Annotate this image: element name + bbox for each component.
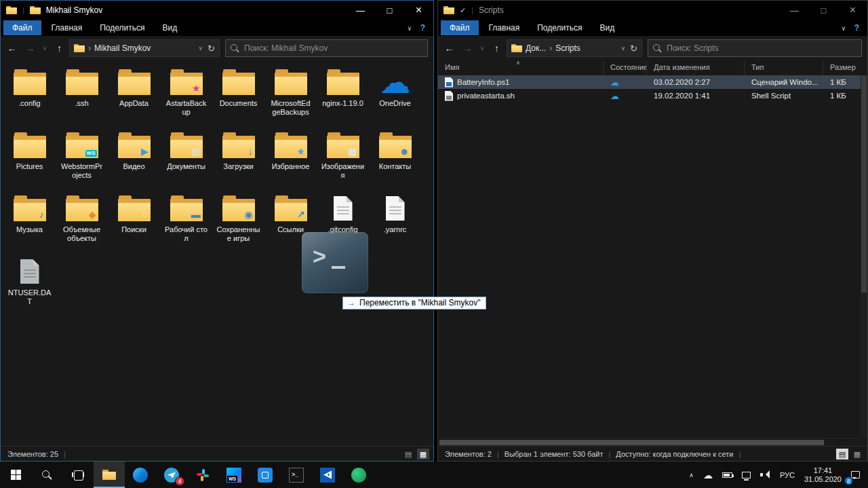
tab-view[interactable]: Вид: [153, 20, 186, 36]
back-button[interactable]: ←: [3, 39, 20, 57]
ribbon-expand-icon[interactable]: ∨: [841, 24, 846, 32]
code-app-taskbar-button[interactable]: [312, 462, 343, 488]
titlebar-right[interactable]: ✓ | Scripts — □ ×: [438, 1, 867, 20]
tray-expand-button[interactable]: ∧: [684, 462, 698, 488]
tab-share[interactable]: Поделиться: [91, 20, 153, 36]
file-item-рабочий-стол[interactable]: ▬Рабочий стол: [160, 191, 212, 254]
blue-app-taskbar-button[interactable]: [250, 462, 281, 488]
volume-tray-button[interactable]: [755, 462, 775, 488]
search-box[interactable]: Поиск: Scripts: [648, 39, 862, 57]
breadcrumb[interactable]: Mikhail Smykov: [94, 43, 151, 53]
ribbon-expand-icon[interactable]: ∨: [407, 24, 412, 32]
tab-home[interactable]: Главная: [480, 20, 529, 36]
table-row-batteryinfo.ps1[interactable]: BatteryInfo.ps1☁03.02.2020 2:27Сценарий …: [438, 75, 861, 89]
file-item-.ssh[interactable]: .ssh: [56, 64, 108, 128]
webstorm-taskbar-button[interactable]: [218, 462, 250, 488]
breadcrumb-parent[interactable]: Док...: [526, 43, 546, 53]
horizontal-scrollbar[interactable]: [438, 438, 861, 446]
column-header-status[interactable]: Состояние: [604, 60, 647, 75]
vertical-scrollbar[interactable]: [861, 75, 867, 438]
network-tray-button[interactable]: [737, 462, 755, 488]
address-bar[interactable]: › Mikhail Smykov ∨ ↻: [69, 39, 220, 57]
file-item-nginx-1.19.0[interactable]: nginx-1.19.0: [317, 64, 369, 128]
close-button[interactable]: ×: [838, 1, 867, 20]
file-item-astartabackup[interactable]: ★AstartaBackup: [160, 64, 212, 128]
start-button[interactable]: [0, 462, 31, 488]
column-header-name[interactable]: Имя: [438, 60, 604, 75]
details-view-button[interactable]: ▤: [836, 449, 848, 459]
file-item-музыка[interactable]: ♪Музыка: [3, 191, 56, 254]
refresh-button[interactable]: ↻: [206, 43, 216, 54]
column-header-size[interactable]: Размер: [823, 60, 861, 75]
terminal-taskbar-button[interactable]: [281, 462, 312, 488]
maximize-button[interactable]: □: [375, 1, 404, 20]
language-indicator[interactable]: РУС: [775, 462, 800, 488]
close-button[interactable]: ×: [404, 1, 433, 20]
help-icon[interactable]: ?: [854, 23, 859, 33]
address-dropdown-icon[interactable]: ∨: [199, 45, 203, 52]
search-box[interactable]: Поиск: Mikhail Smykov: [225, 39, 428, 57]
maximize-button[interactable]: □: [809, 1, 838, 20]
address-dropdown-icon[interactable]: ∨: [621, 45, 626, 52]
minimize-button[interactable]: —: [780, 1, 809, 20]
battery-tray-button[interactable]: [717, 462, 737, 488]
file-item-appdata[interactable]: AppData: [108, 64, 160, 128]
file-item-pictures[interactable]: Pictures: [3, 128, 56, 191]
file-item-изображения[interactable]: ▦Изображения: [317, 128, 369, 191]
folder-star-icon: ★: [160, 67, 212, 97]
slack-taskbar-button[interactable]: [187, 462, 218, 488]
column-header-type[interactable]: Тип: [745, 60, 823, 75]
scrollbar-thumb[interactable]: [861, 75, 867, 293]
column-header-date[interactable]: Дата изменения: [647, 60, 745, 75]
taskbar-search-button[interactable]: [31, 462, 62, 488]
titlebar-left[interactable]: | Mikhail Smykov — □ ×: [1, 1, 433, 20]
file-item-webstormprojects[interactable]: WSWebstormProjects: [56, 128, 108, 191]
forward-button[interactable]: →: [459, 39, 476, 57]
file-item-onedrive[interactable]: ☁OneDrive: [369, 64, 421, 128]
file-item-.yarnrc[interactable]: .yarnrc: [369, 191, 421, 254]
file-item-загрузки[interactable]: ↓Загрузки: [212, 128, 264, 191]
file-item-сохраненные-игры[interactable]: ◉Сохраненные игры: [212, 191, 264, 254]
breadcrumb[interactable]: Scripts: [555, 43, 580, 53]
file-item-видео[interactable]: ▶Видео: [108, 128, 160, 191]
file-item-ntuser.dat[interactable]: NTUSER.DAT: [3, 254, 56, 317]
quick-access-folder-icon[interactable]: [30, 6, 41, 14]
clock[interactable]: 17:41 31.05.2020: [800, 462, 846, 488]
scrollbar-thumb[interactable]: [439, 440, 824, 445]
recent-locations-chevron-icon[interactable]: ∨: [40, 39, 50, 57]
refresh-button[interactable]: ↻: [629, 43, 639, 54]
forward-button[interactable]: →: [22, 39, 39, 57]
details-view-button[interactable]: ▤: [402, 449, 414, 459]
table-row-privateastarta.sh[interactable]: privateastarta.sh☁19.02.2020 1:41Shell S…: [438, 89, 861, 102]
file-item-поиски[interactable]: ○Поиски: [108, 191, 160, 254]
address-bar[interactable]: Док... › Scripts ∨ ↻: [507, 39, 642, 57]
file-item-documents[interactable]: Documents: [212, 64, 264, 128]
edge-taskbar-button[interactable]: [125, 462, 156, 488]
file-explorer-taskbar-button[interactable]: [94, 462, 125, 488]
file-item-microsoftedgebackups[interactable]: MicrosoftEdgeBackups: [264, 64, 317, 128]
recent-locations-chevron-icon[interactable]: ∨: [477, 39, 487, 57]
tab-file[interactable]: Файл: [3, 20, 41, 35]
file-item-объемные-объекты[interactable]: ◆Объемные объекты: [56, 191, 108, 254]
up-button[interactable]: ↑: [488, 39, 505, 57]
back-button[interactable]: ←: [441, 39, 458, 57]
tab-file[interactable]: Файл: [441, 20, 479, 35]
tab-view[interactable]: Вид: [591, 20, 623, 36]
action-center-button[interactable]: 8: [846, 462, 868, 488]
help-icon[interactable]: ?: [420, 23, 425, 33]
file-item-.config[interactable]: .config: [3, 64, 56, 128]
file-item-документы[interactable]: ▤Документы: [160, 128, 212, 191]
green-app-taskbar-button[interactable]: [343, 462, 374, 488]
tab-share[interactable]: Поделиться: [528, 20, 591, 36]
telegram-taskbar-button[interactable]: 4: [156, 462, 187, 488]
large-icons-view-button[interactable]: ▦: [417, 449, 429, 459]
task-view-button[interactable]: [62, 462, 94, 488]
properties-icon[interactable]: ✓: [460, 6, 466, 15]
up-button[interactable]: ↑: [51, 39, 68, 57]
minimize-button[interactable]: —: [346, 1, 375, 20]
large-icons-view-button[interactable]: ▦: [851, 449, 863, 459]
onedrive-tray-button[interactable]: ☁: [698, 462, 717, 488]
tab-home[interactable]: Главная: [43, 20, 92, 36]
file-item-избранное[interactable]: ★Избранное: [264, 128, 317, 191]
file-item-контакты[interactable]: ☻Контакты: [369, 128, 421, 191]
